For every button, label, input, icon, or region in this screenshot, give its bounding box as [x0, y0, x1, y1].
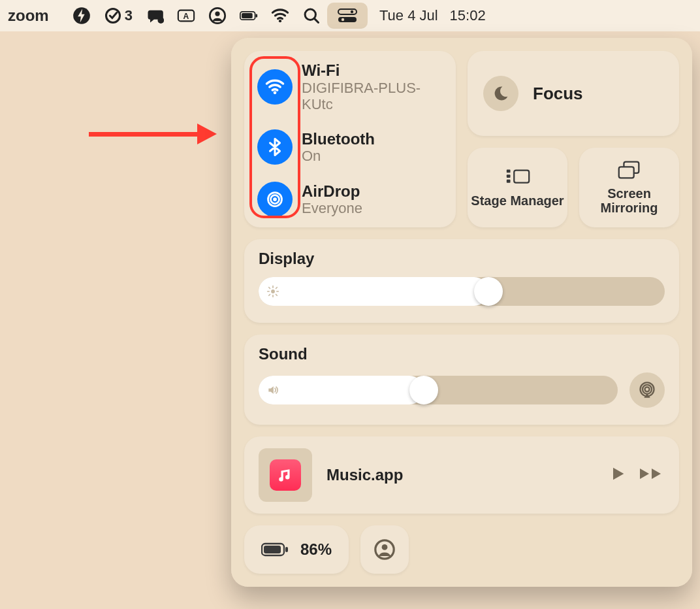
forward-button[interactable]: [639, 465, 665, 485]
connectivity-card: Wi-Fi DIGIFIBRA-PLUS-KUtc Bluetooth On: [244, 51, 456, 227]
todo-count: 3: [125, 7, 133, 24]
svg-line-34: [269, 295, 270, 296]
annotation-arrow: [89, 132, 200, 137]
svg-point-6: [215, 11, 219, 16]
svg-point-18: [273, 197, 277, 201]
airdrop-toggle[interactable]: AirDrop Everyone: [257, 182, 443, 217]
svg-rect-9: [255, 14, 257, 17]
stage-manager-button[interactable]: Stage Manager: [468, 148, 567, 227]
svg-line-35: [276, 288, 278, 289]
svg-line-32: [269, 288, 270, 289]
display-title: Display: [259, 250, 665, 268]
svg-rect-22: [506, 170, 510, 173]
airdrop-icon: [257, 182, 293, 217]
focus-label: Focus: [533, 84, 583, 104]
battery-card[interactable]: 86%: [244, 525, 349, 574]
sound-volume-slider[interactable]: [259, 376, 618, 404]
svg-point-10: [279, 20, 281, 22]
focus-button[interactable]: Focus: [468, 51, 679, 136]
svg-rect-40: [264, 546, 281, 553]
display-card: Display: [244, 239, 679, 323]
svg-rect-24: [506, 180, 510, 183]
airdrop-title: AirDrop: [302, 182, 362, 201]
music-app-label: Music.app: [326, 466, 594, 484]
bluetooth-title: Bluetooth: [302, 130, 375, 148]
wifi-icon: [257, 69, 293, 105]
airdrop-status: Everyone: [302, 200, 362, 216]
stage-manager-icon: [504, 167, 532, 188]
menubar-date[interactable]: Tue 4 Jul: [379, 7, 438, 24]
now-playing-card[interactable]: Music.app: [244, 436, 679, 514]
svg-point-16: [342, 18, 344, 21]
bolt-icon[interactable]: [66, 0, 97, 31]
screen-mirroring-label: Screen Mirroring: [579, 186, 679, 215]
svg-point-14: [351, 10, 353, 13]
play-button[interactable]: [609, 465, 627, 486]
svg-point-27: [271, 289, 275, 293]
battery-icon: [261, 542, 289, 557]
app-name[interactable]: zoom: [8, 7, 49, 25]
user-icon[interactable]: [202, 0, 233, 31]
wifi-toggle[interactable]: Wi-Fi DIGIFIBRA-PLUS-KUtc: [257, 61, 443, 112]
svg-rect-41: [285, 547, 288, 552]
svg-rect-21: [514, 171, 529, 183]
svg-text:A: A: [183, 12, 189, 21]
svg-rect-26: [618, 167, 633, 178]
control-center-icon[interactable]: [327, 3, 368, 29]
music-artwork: [259, 448, 312, 502]
user-switcher-button[interactable]: [360, 525, 409, 574]
display-brightness-slider[interactable]: [259, 277, 665, 306]
svg-point-43: [382, 544, 388, 550]
spotlight-icon[interactable]: [296, 0, 327, 31]
input-source-icon[interactable]: A: [170, 0, 202, 31]
svg-point-17: [274, 91, 277, 94]
svg-rect-8: [242, 13, 253, 18]
battery-menubar-icon[interactable]: [233, 0, 264, 31]
svg-rect-13: [338, 9, 357, 14]
bluetooth-status: On: [302, 148, 375, 164]
screen-mirroring-button[interactable]: Screen Mirroring: [579, 148, 679, 227]
svg-rect-23: [506, 174, 510, 178]
wifi-network-name: DIGIFIBRA-PLUS-KUtc: [302, 80, 443, 113]
todo-menubar-item[interactable]: 3: [97, 0, 139, 31]
airplay-audio-button[interactable]: [629, 372, 665, 408]
menubar: zoom 3 A Tue 4 Jul 15:02: [0, 0, 700, 31]
control-center-panel: Wi-Fi DIGIFIBRA-PLUS-KUtc Bluetooth On: [231, 38, 692, 587]
sound-card: Sound: [244, 335, 679, 425]
svg-line-12: [315, 19, 319, 23]
user-icon: [374, 538, 396, 561]
bluetooth-toggle[interactable]: Bluetooth On: [257, 129, 443, 165]
stage-manager-label: Stage Manager: [471, 193, 564, 208]
wifi-menubar-icon[interactable]: [264, 0, 296, 31]
bluetooth-icon: [257, 129, 293, 165]
screen-mirroring-icon: [616, 160, 643, 181]
sound-title: Sound: [259, 345, 665, 363]
wifi-title: Wi-Fi: [302, 61, 443, 80]
airplay-icon: [638, 381, 656, 399]
brightness-low-icon: [266, 285, 279, 298]
music-app-icon: [270, 459, 301, 491]
svg-rect-15: [338, 17, 357, 22]
svg-point-37: [643, 385, 652, 394]
svg-point-2: [157, 17, 164, 24]
speaker-icon: [266, 384, 279, 397]
battery-percent: 86%: [300, 540, 332, 559]
menubar-time[interactable]: 15:02: [450, 7, 486, 24]
svg-point-36: [645, 387, 650, 392]
svg-line-33: [276, 295, 278, 296]
moon-icon: [483, 76, 518, 111]
chat-icon[interactable]: [139, 0, 170, 31]
